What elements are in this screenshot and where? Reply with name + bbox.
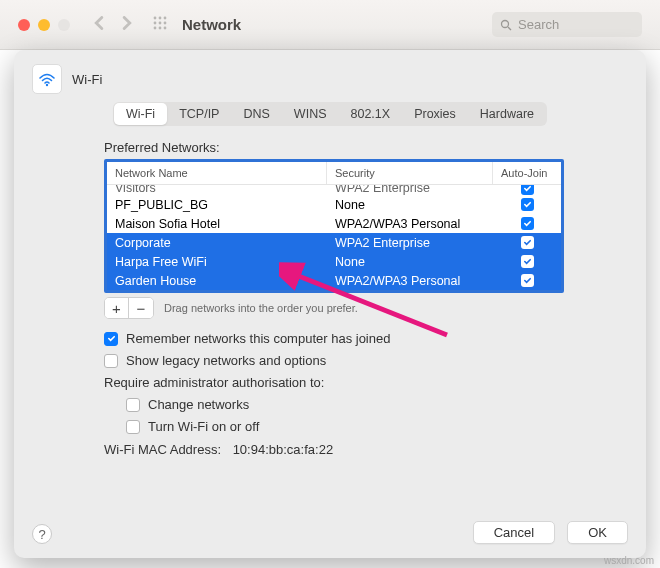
cell-autojoin [493,198,561,211]
cell-autojoin [493,274,561,287]
checkbox-icon [126,398,140,412]
svg-point-6 [154,26,157,29]
table-row[interactable]: CorporateWPA2 Enterprise [107,233,561,252]
legacy-option[interactable]: Show legacy networks and options [104,353,564,368]
tab-wifi[interactable]: Wi-Fi [114,103,167,125]
autojoin-checkbox[interactable] [521,198,534,211]
checkbox-icon [126,420,140,434]
autojoin-checkbox[interactable] [521,255,534,268]
autojoin-checkbox[interactable] [521,236,534,249]
cell-name: Maison Sofia Hotel [107,217,327,231]
cancel-button[interactable]: Cancel [473,521,555,544]
wifi-icon [32,64,62,94]
tab-tcpip[interactable]: TCP/IP [167,103,231,125]
cell-autojoin [493,185,561,195]
table-row[interactable]: Garden HouseWPA2/WPA3 Personal [107,271,561,290]
settings-sheet: Wi-Fi Wi-FiTCP/IPDNSWINS802.1XProxiesHar… [14,50,646,558]
panel-header: Wi-Fi [32,64,628,94]
svg-point-3 [154,21,157,24]
table-footer: + − Drag networks into the order you pre… [104,297,564,319]
tab-dns[interactable]: DNS [231,103,281,125]
svg-point-8 [164,26,167,29]
col-auto-join[interactable]: Auto-Join [493,162,561,184]
svg-point-2 [164,16,167,19]
cell-name: PF_PUBLIC_BG [107,198,327,212]
table-row[interactable]: VisitorsWPA2 Enterprise [107,185,561,195]
remember-option[interactable]: Remember networks this computer has join… [104,331,564,346]
mac-address: Wi-Fi MAC Address: 10:94:bb:ca:fa:22 [104,442,564,457]
cell-security: WPA2/WPA3 Personal [327,217,493,231]
dialog-buttons: Cancel OK [473,521,628,544]
drag-hint: Drag networks into the order you prefer. [164,302,358,314]
change-label: Change networks [148,397,249,412]
minimize-button[interactable] [38,19,50,31]
svg-point-11 [46,84,48,86]
nav-arrows [92,16,134,34]
forward-icon[interactable] [120,16,134,34]
checkbox-icon [104,332,118,346]
tab-bar: Wi-FiTCP/IPDNSWINS802.1XProxiesHardware [32,102,628,126]
table-row[interactable]: Maison Sofia HotelWPA2/WPA3 Personal [107,214,561,233]
autojoin-checkbox[interactable] [521,185,534,195]
svg-point-7 [159,26,162,29]
cell-security: WPA2 Enterprise [327,236,493,250]
search-icon [500,19,512,31]
networks-table: Network Name Security Auto-Join Visitors… [104,159,564,293]
svg-point-0 [154,16,157,19]
panel-title: Wi-Fi [72,72,102,87]
add-button[interactable]: + [105,298,129,318]
cell-name: Corporate [107,236,327,250]
svg-point-5 [164,21,167,24]
autojoin-checkbox[interactable] [521,274,534,287]
titlebar: Network Search [0,0,660,50]
close-button[interactable] [18,19,30,31]
ok-button[interactable]: OK [567,521,628,544]
checkbox-icon [104,354,118,368]
cell-security: None [327,198,493,212]
toggle-label: Turn Wi-Fi on or off [148,419,259,434]
tab-8021x[interactable]: 802.1X [339,103,403,125]
tab-proxies[interactable]: Proxies [402,103,468,125]
cell-name: Harpa Free WiFi [107,255,327,269]
autojoin-checkbox[interactable] [521,217,534,230]
cell-autojoin [493,255,561,268]
watermark: wsxdn.com [604,555,654,566]
grid-icon[interactable] [152,15,168,35]
cell-name: Garden House [107,274,327,288]
cell-autojoin [493,236,561,249]
add-remove: + − [104,297,154,319]
cell-security: WPA2/WPA3 Personal [327,274,493,288]
window-title: Network [182,16,241,33]
change-networks-option[interactable]: Change networks [126,397,564,412]
tab-wins[interactable]: WINS [282,103,339,125]
table-header: Network Name Security Auto-Join [107,162,561,185]
remove-button[interactable]: − [129,298,153,318]
cell-name: Visitors [107,185,327,195]
col-security[interactable]: Security [327,162,493,184]
require-label: Require administrator authorisation to: [104,375,564,390]
cell-security: None [327,255,493,269]
remember-label: Remember networks this computer has join… [126,331,390,346]
maximize-button[interactable] [58,19,70,31]
help-button[interactable]: ? [32,524,52,544]
search-placeholder: Search [518,17,559,32]
legacy-label: Show legacy networks and options [126,353,326,368]
back-icon[interactable] [92,16,106,34]
search-field[interactable]: Search [492,12,642,37]
tab-hardware[interactable]: Hardware [468,103,546,125]
preferred-networks-label: Preferred Networks: [104,140,564,155]
table-row[interactable]: Harpa Free WiFiNone [107,252,561,271]
cell-security: WPA2 Enterprise [327,185,493,195]
table-row[interactable]: PF_PUBLIC_BGNone [107,195,561,214]
svg-line-10 [508,27,511,30]
svg-point-1 [159,16,162,19]
col-network-name[interactable]: Network Name [107,162,327,184]
cell-autojoin [493,217,561,230]
svg-point-4 [159,21,162,24]
svg-point-9 [502,20,509,27]
toggle-wifi-option[interactable]: Turn Wi-Fi on or off [126,419,564,434]
traffic-lights [18,19,70,31]
